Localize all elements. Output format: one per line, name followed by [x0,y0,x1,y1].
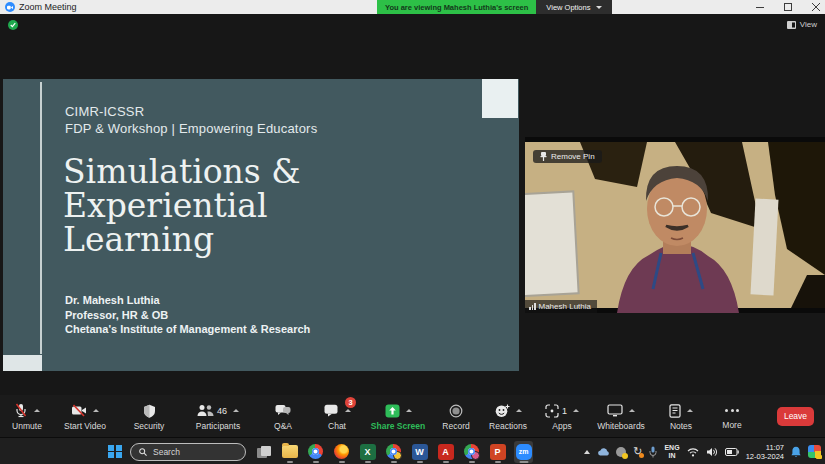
start-button[interactable] [108,445,122,459]
leave-button[interactable]: Leave [777,407,814,426]
remove-pin-button[interactable]: Remove Pin [533,150,602,163]
view-layout-button[interactable]: View [787,20,817,29]
share-screen-button[interactable]: Share Screen [364,395,432,437]
security-label: Security [134,421,165,431]
slide-divider-line [40,82,42,354]
chat-button[interactable]: 3 Chat [310,395,364,437]
word-icon: W [412,444,428,460]
chrome-profile-icon [464,444,479,459]
word-button[interactable]: W [410,441,429,463]
share-screen-icon [385,404,400,418]
participant-video-feed [525,137,825,313]
apps-button[interactable]: 1 Apps [536,395,588,437]
whiteboard-icon [607,404,623,417]
notes-options-chevron[interactable] [687,409,693,412]
screen-recorder-app-icon[interactable] [808,445,821,458]
viewing-screen-banner: You are viewing Mahesh Luthia's screen [377,0,536,14]
record-label: Record [442,421,469,431]
notification-app-icon[interactable] [616,447,626,457]
encryption-shield-icon[interactable] [8,20,18,30]
zoom-toolbar: Unmute Start Video [0,395,825,437]
qa-button[interactable]: Q&A [256,395,310,437]
more-label: More [722,420,741,430]
security-button[interactable]: Security [118,395,180,437]
slide-subtitle: CIMR-ICSSR FDP & Workshop | Empowering E… [65,103,317,137]
view-button-label: View [800,20,817,29]
chat-options-chevron[interactable] [345,409,351,412]
unmute-button[interactable]: Unmute [2,395,52,437]
notes-document-icon [669,404,681,418]
onedrive-cloud-icon[interactable] [597,447,609,456]
video-off-icon [71,404,87,417]
apps-count: 1 [562,406,567,416]
start-video-button[interactable]: Start Video [52,395,118,437]
language-indicator[interactable]: ENG IN [664,444,679,459]
qa-label: Q&A [274,421,292,431]
notes-button[interactable]: Notes [654,395,708,437]
whiteboards-button[interactable]: Whiteboards [588,395,654,437]
record-button[interactable]: Record [432,395,480,437]
zoom-app-button[interactable]: zm [514,441,533,463]
share-options-chevron[interactable] [406,409,412,412]
battery-icon[interactable] [725,448,739,456]
chrome-profile-2-button[interactable] [384,441,403,463]
firefox-button[interactable] [332,441,351,463]
apps-icon [545,404,559,418]
whiteboards-label: Whiteboards [597,421,645,431]
reactions-options-chevron[interactable] [516,409,522,412]
pinned-video-thumbnail[interactable]: Remove Pin Mahesh Luthia [525,137,825,313]
windows-taskbar: Search X W A P zm ↻ [0,437,825,464]
chrome-profile-icon [386,444,401,459]
chat-bubble-icon [324,404,339,417]
view-options-dropdown[interactable]: View Options [536,0,612,14]
close-button[interactable] [811,3,820,12]
chrome-button[interactable] [306,441,325,463]
more-button[interactable]: More [708,395,756,437]
powerpoint-button[interactable]: P [488,441,507,463]
reactions-label: Reactions [489,421,527,431]
unmute-label: Unmute [12,421,42,431]
more-dots-icon [725,403,739,419]
participants-button[interactable]: 46 Participants [180,395,256,437]
excel-button[interactable]: X [358,441,377,463]
shield-icon [143,404,156,418]
microphone-tray-icon[interactable] [649,446,657,458]
qa-bubbles-icon [275,404,291,417]
excel-icon: X [360,444,376,460]
slide-title: Simulations & Experiential Learning [63,155,301,257]
hidden-icons-chevron[interactable] [584,450,590,454]
remove-pin-label: Remove Pin [551,152,595,161]
zoom-app-icon: zm [516,444,532,460]
taskbar-search-input[interactable]: Search [130,443,246,461]
minimize-button[interactable] [755,3,764,12]
maximize-button[interactable] [783,3,792,12]
sync-update-icon[interactable]: ↻ [633,446,642,457]
chrome-profile-3-button[interactable] [462,441,481,463]
acrobat-icon: A [438,444,454,460]
tray-time: 11:07 [746,443,784,452]
pin-icon [540,152,547,161]
view-options-label: View Options [546,3,590,12]
search-placeholder: Search [153,447,180,457]
video-options-chevron[interactable] [93,409,99,412]
acrobat-button[interactable]: A [436,441,455,463]
task-view-button[interactable] [254,441,273,463]
whiteboards-options-chevron[interactable] [629,409,635,412]
signal-strength-icon [529,303,536,310]
notifications-bell-icon[interactable] [791,446,801,458]
meeting-content-area: View CIMR-ICSSR FDP & Workshop | Empower… [0,14,825,437]
system-tray: ↻ ENG IN [584,438,821,464]
participants-options-chevron[interactable] [233,409,239,412]
participant-name: Mahesh Luthia [539,302,591,311]
unmute-options-chevron[interactable] [34,409,40,412]
apps-options-chevron[interactable] [573,409,579,412]
tray-date: 12-03-2024 [746,452,784,461]
wifi-icon[interactable] [687,447,699,457]
reactions-button[interactable]: Reactions [480,395,536,437]
speaker-icon[interactable] [706,447,718,457]
shared-presentation-slide: CIMR-ICSSR FDP & Workshop | Empowering E… [3,79,519,371]
file-explorer-button[interactable] [280,441,299,463]
apps-label: Apps [552,421,571,431]
slide-corner-accent-bottom [3,355,42,371]
clock-date[interactable]: 11:07 12-03-2024 [746,443,784,461]
